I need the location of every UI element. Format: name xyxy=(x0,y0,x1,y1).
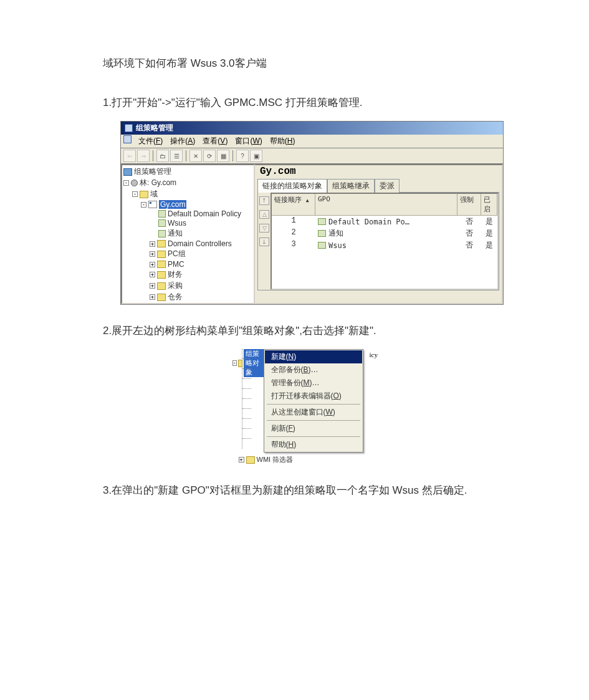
twisty-plus-icon[interactable]: + xyxy=(150,251,155,257)
tree-item-label: PC组 xyxy=(168,249,186,259)
back-icon[interactable]: ⇐ xyxy=(123,150,136,162)
tree-ou-finance[interactable]: +财务 xyxy=(123,269,252,280)
twisty-minus-icon[interactable]: - xyxy=(232,360,237,366)
ctx-migration-editor[interactable]: 打开迁移表编辑器(O) xyxy=(265,390,362,403)
cell-gpo: 通知 xyxy=(328,228,343,239)
twisty-plus-icon[interactable]: + xyxy=(150,294,155,300)
refresh-icon[interactable]: ⟳ xyxy=(203,150,216,162)
gpmc-toolbar: ⇐ ⇒ 🗀 ☰ ✕ ⟳ ▦ ? ▣ xyxy=(121,148,503,164)
mmc-icon xyxy=(123,135,132,143)
twisty-plus-icon[interactable]: + xyxy=(150,272,155,277)
gpmc-titlebar: 组策略管理 xyxy=(121,122,503,135)
ou-icon xyxy=(157,261,166,268)
ctx-manage-backup[interactable]: 管理备份(M)… xyxy=(265,376,362,390)
menu-window[interactable]: 窗口(W) xyxy=(232,135,265,147)
table-row[interactable]: 3 Wsus 否 是 xyxy=(272,239,497,251)
twisty-plus-icon[interactable]: + xyxy=(150,283,155,289)
move-up-icon[interactable]: △ xyxy=(259,210,269,219)
gpmc-body: 组策略管理 - 林: Gy.com - 域 - Gy.com Defau xyxy=(121,164,503,304)
tree-forest[interactable]: - 林: Gy.com xyxy=(123,178,252,189)
cell-force: 否 xyxy=(457,216,481,228)
tree-item-wsus[interactable]: Wsus xyxy=(123,219,252,228)
menu-action[interactable]: 操作(A) xyxy=(167,135,198,147)
tree-item-label: 通知 xyxy=(168,228,183,239)
tab-delegation[interactable]: 委派 xyxy=(375,179,400,193)
ctx-new-window[interactable]: 从这里创建窗口(W) xyxy=(265,406,362,419)
move-down-icon[interactable]: ▽ xyxy=(259,224,269,233)
app-icon xyxy=(125,124,133,132)
tab-linked-gpo[interactable]: 链接的组策略对象 xyxy=(257,179,327,193)
gpo-icon xyxy=(158,210,166,218)
th-gpo[interactable]: GPO xyxy=(315,194,457,215)
table-row[interactable]: 2 通知 否 是 xyxy=(272,228,497,239)
export-list-icon[interactable]: ▦ xyxy=(217,150,229,162)
ou-icon xyxy=(157,240,166,247)
properties-icon[interactable]: ☰ xyxy=(170,150,183,162)
tree-item-notify[interactable]: 通知 xyxy=(123,228,252,239)
gpo-icon xyxy=(158,219,166,227)
th-force[interactable]: 强制 xyxy=(457,194,481,215)
twisty-plus-icon[interactable]: + xyxy=(150,241,155,247)
gpmc-tree[interactable]: 组策略管理 - 林: Gy.com - 域 - Gy.com Defau xyxy=(121,164,255,304)
tree-root-label: 组策略管理 xyxy=(134,166,171,177)
tree-ou-pc[interactable]: +PC组 xyxy=(123,249,252,260)
settings-icon[interactable]: ▣ xyxy=(250,150,262,162)
forward-icon[interactable]: ⇒ xyxy=(137,150,150,162)
gpo-table[interactable]: 链接顺序 ▲ GPO 强制 已启 1 Default Domain Po… 否 … xyxy=(271,193,499,290)
tree-item-default-policy[interactable]: Default Domain Policy xyxy=(123,209,252,219)
twisty-minus-icon[interactable]: - xyxy=(132,191,138,197)
menu-file[interactable]: 文件(F) xyxy=(135,135,166,147)
twisty-plus-icon[interactable]: + xyxy=(239,457,244,463)
tree-ou-board[interactable]: +董事会 xyxy=(123,303,252,304)
tree-ou-pmc[interactable]: +PMC xyxy=(123,260,252,269)
ctx-new[interactable]: 新建(N) xyxy=(265,350,362,363)
tree-root[interactable]: 组策略管理 xyxy=(123,166,252,178)
twisty-minus-icon[interactable]: - xyxy=(141,202,146,208)
delete-icon[interactable]: ✕ xyxy=(189,150,202,162)
ou-icon xyxy=(157,282,166,290)
doc-title: 域环境下如何布署 Wsus 3.0客户端 xyxy=(103,56,486,70)
menu-help[interactable]: 帮助(H) xyxy=(267,135,299,147)
tree-domain[interactable]: - Gy.com xyxy=(123,200,252,209)
table-row[interactable]: 1 Default Domain Po… 否 是 xyxy=(272,216,497,228)
up-folder-icon[interactable]: 🗀 xyxy=(156,150,169,162)
wmi-filter-label: WMI 筛选器 xyxy=(257,455,294,464)
move-top-icon[interactable]: ⤒ xyxy=(259,196,269,205)
ctx-backup-all[interactable]: 全部备份(B)… xyxy=(265,363,362,376)
cell-enabled: 是 xyxy=(481,239,497,251)
step-3-text: 3.在弹出的"新建 GPO"对话框里为新建的组策略取一个名字如 Wsus 然后确… xyxy=(103,483,486,497)
th-enabled[interactable]: 已启 xyxy=(481,194,497,215)
cell-gpo: Wsus xyxy=(328,241,347,250)
tab-inheritance[interactable]: 组策略继承 xyxy=(327,179,375,193)
right-tabs: 链接的组策略对象 组策略继承 委派 xyxy=(255,178,502,192)
move-bottom-icon[interactable]: ⤓ xyxy=(259,237,269,246)
twisty-plus-icon[interactable]: + xyxy=(150,262,155,267)
right-content: ⤒ △ ▽ ⤓ 链接顺序 ▲ GPO 强制 已启 1 xyxy=(257,192,499,290)
wmi-filter-node[interactable]: + WMI 筛选器 xyxy=(239,455,363,464)
ctx-refresh[interactable]: 刷新(F) xyxy=(265,422,362,435)
cell-order: 1 xyxy=(272,216,315,228)
tree-item-label: 采购 xyxy=(168,280,183,291)
cell-force: 否 xyxy=(457,239,481,251)
cell-order: 3 xyxy=(272,239,315,251)
th-link-order[interactable]: 链接顺序 ▲ xyxy=(272,194,315,215)
tree-ou-domain-controllers[interactable]: +Domain Controllers xyxy=(123,239,252,249)
menu-view[interactable]: 查看(V) xyxy=(199,135,231,147)
gpo-link-icon xyxy=(318,218,326,225)
window-title-text: 组策略管理 xyxy=(136,123,173,133)
folder-icon xyxy=(246,456,255,464)
tree-domains[interactable]: - 域 xyxy=(123,189,252,200)
tree-ou-purchase[interactable]: +采购 xyxy=(123,280,252,292)
help-icon[interactable]: ? xyxy=(236,150,249,162)
tree-item-label: 财务 xyxy=(168,269,183,280)
gpo-link-icon xyxy=(318,230,326,237)
context-menu: 新建(N) 全部备份(B)… 管理备份(M)… 打开迁移表编辑器(O) 从这里创… xyxy=(264,349,363,453)
step-1-text: 1.打开"开始"->"运行"输入 GPMC.MSC 打开组策略管理. xyxy=(103,95,486,110)
twisty-minus-icon[interactable]: - xyxy=(123,180,129,186)
gpo-link-icon xyxy=(318,242,326,249)
tree-ou-warehouse[interactable]: +仓务 xyxy=(123,292,252,303)
ou-icon xyxy=(157,271,166,279)
order-arrow-panel: ⤒ △ ▽ ⤓ xyxy=(258,193,271,290)
ctx-help[interactable]: 帮助(H) xyxy=(265,438,362,451)
forest-icon xyxy=(131,180,138,186)
